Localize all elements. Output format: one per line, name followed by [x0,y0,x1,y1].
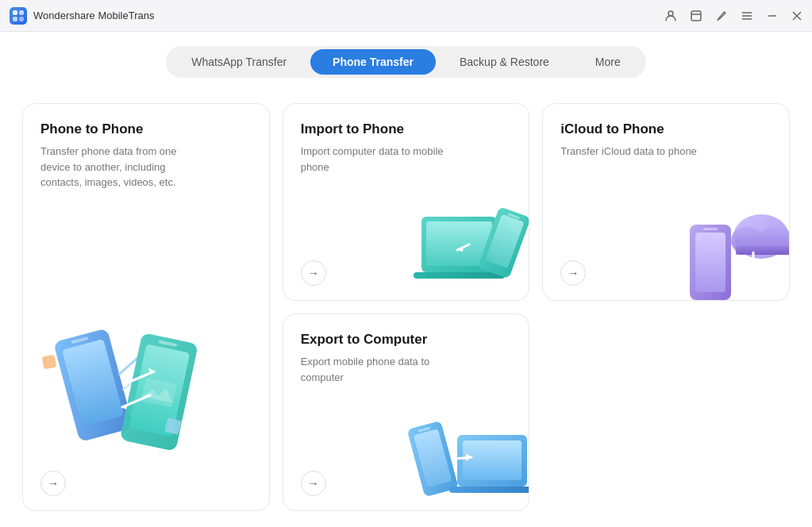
card-phone-to-phone-arrow[interactable]: → [40,471,66,496]
main-content: WhatsApp Transfer Phone Transfer Backup … [0,32,812,527]
svg-rect-38 [736,246,790,255]
tab-whatsapp[interactable]: WhatsApp Transfer [169,49,309,75]
tabbar: WhatsApp Transfer Phone Transfer Backup … [0,32,812,90]
svg-rect-44 [463,440,521,480]
tab-backup[interactable]: Backup & Restore [437,49,571,75]
card-import-arrow[interactable]: → [301,260,326,286]
minimize-button[interactable] [766,10,779,22]
export-illustration [410,411,529,511]
svg-rect-33 [703,228,718,230]
svg-rect-20 [42,355,57,370]
app-title: Wondershare MobileTrans [33,10,154,21]
card-icloud-title: iCloud to Phone [560,121,772,137]
icloud-illustration [678,193,790,301]
card-export-to-computer[interactable]: Export to Computer Export mobile phone d… [283,314,530,511]
svg-rect-5 [691,11,701,21]
titlebar: Wondershare MobileTrans [0,0,812,32]
svg-rect-45 [449,487,529,493]
svg-rect-32 [695,233,725,292]
card-icloud-arrow[interactable]: → [560,260,586,286]
card-icloud-desc: Transfer iCloud data to phone [560,144,703,160]
svg-point-4 [668,11,673,16]
card-phone-to-phone-title: Phone to Phone [40,121,252,137]
svg-rect-2 [13,17,17,21]
edit-icon[interactable] [715,10,728,22]
card-phone-to-phone-desc: Transfer phone data from one device to a… [40,144,183,190]
svg-rect-0 [13,10,17,15]
svg-rect-1 [19,10,24,15]
import-illustration [410,193,529,301]
card-icloud-to-phone[interactable]: iCloud to Phone Transfer iCloud data to … [542,103,790,301]
menu-icon[interactable] [741,10,753,22]
svg-marker-39 [749,263,757,268]
card-import-to-phone[interactable]: Import to Phone Import computer data to … [283,103,530,301]
svg-rect-26 [414,272,505,279]
tab-phone[interactable]: Phone Transfer [310,49,436,75]
phone-to-phone-illustration [39,308,214,467]
svg-rect-3 [19,17,24,21]
card-export-title: Export to Computer [301,332,512,348]
cards-area: Phone to Phone Transfer phone data from … [0,90,812,527]
titlebar-controls [664,10,802,22]
user-icon[interactable] [664,10,677,22]
card-export-arrow[interactable]: → [301,471,326,496]
window-icon[interactable] [690,10,702,22]
card-import-title: Import to Phone [301,121,512,137]
card-export-desc: Export mobile phone data to computer [301,354,444,385]
card-phone-to-phone[interactable]: Phone to Phone Transfer phone data from … [22,103,270,511]
tab-more[interactable]: More [573,49,643,75]
card-import-desc: Import computer data to mobile phone [301,144,444,175]
titlebar-left: Wondershare MobileTrans [10,7,154,25]
app-icon [10,7,27,25]
close-button[interactable] [791,10,802,21]
svg-rect-14 [62,339,124,427]
tab-container: WhatsApp Transfer Phone Transfer Backup … [166,46,646,78]
